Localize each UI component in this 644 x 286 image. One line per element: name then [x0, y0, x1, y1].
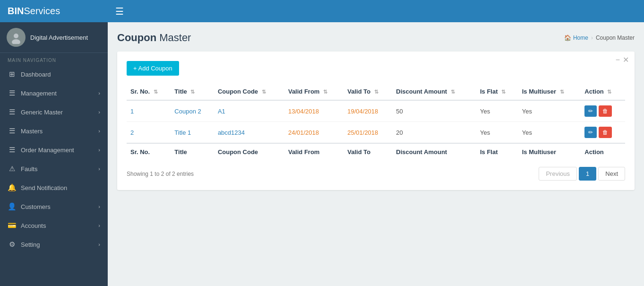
sidebar-item-label: Customers — [21, 203, 51, 210]
title-link[interactable]: Title 1 — [174, 129, 191, 136]
card-controls: − ✕ — [616, 56, 629, 64]
foot-action: Action — [581, 143, 625, 160]
delete-button[interactable]: 🗑 — [599, 127, 612, 138]
col-discount: Discount Amount ⇅ — [392, 83, 476, 100]
sort-icon[interactable]: ⇅ — [154, 89, 158, 95]
col-srno: Sr. No. ⇅ — [127, 83, 171, 100]
sidebar-item-label: Setting — [21, 241, 40, 248]
masters-icon: ☰ — [8, 127, 16, 135]
next-button[interactable]: Next — [598, 167, 625, 181]
edit-button[interactable]: ✏ — [584, 127, 597, 138]
management-icon: ☰ — [8, 89, 16, 97]
table-row: 1 Coupon 2 A1 13/04/2018 19/04/2018 50 Y… — [127, 100, 625, 122]
sidebar-brand: BIN Services — [0, 0, 108, 22]
dashboard-icon: ⊞ — [8, 70, 16, 78]
col-coupon-code: Coupon Code ⇅ — [214, 83, 284, 100]
hamburger-icon[interactable]: ☰ — [115, 6, 124, 17]
table-footer: Showing 1 to 2 of 2 entries Previous 1 N… — [127, 167, 625, 181]
page-area: Coupon Master 🏠 Home › Coupon Master − ✕… — [108, 22, 644, 286]
cell-valid-from: 13/04/2018 — [284, 100, 343, 122]
cell-code: abcd1234 — [214, 122, 284, 144]
home-icon: 🏠 — [564, 35, 571, 41]
sort-icon[interactable]: ⇅ — [501, 89, 506, 95]
foot-valid-from: Valid From — [284, 143, 343, 160]
svg-point-1 — [14, 34, 18, 38]
table-row: 2 Title 1 abcd1234 24/01/2018 25/01/2018… — [127, 122, 625, 144]
table-head: Sr. No. ⇅ Title ⇅ Coupon Code ⇅ Valid Fr… — [127, 83, 625, 100]
cell-valid-to: 19/04/2018 — [343, 100, 392, 122]
avatar-icon — [9, 31, 23, 44]
cell-title: Coupon 2 — [171, 100, 214, 122]
cell-valid-from: 24/01/2018 — [284, 122, 343, 144]
sidebar-item-customers[interactable]: 👤 Customers › — [0, 197, 108, 216]
table-foot: Sr. No. Title Coupon Code Valid From Val… — [127, 143, 625, 160]
page-title-bold: Coupon — [117, 32, 156, 43]
chevron-right-icon: › — [98, 242, 100, 247]
sort-icon[interactable]: ⇅ — [262, 89, 266, 95]
srno-link[interactable]: 2 — [130, 129, 134, 136]
breadcrumb-home[interactable]: Home — [573, 35, 588, 41]
sidebar-item-accounts[interactable]: 💳 Accounts › — [0, 216, 108, 235]
sort-icon[interactable]: ⇅ — [374, 89, 378, 95]
edit-button[interactable]: ✏ — [584, 105, 597, 117]
cell-is-multiuser: Yes — [518, 100, 581, 122]
col-valid-to: Valid To ⇅ — [343, 83, 392, 100]
main-content: ☰ Coupon Master 🏠 Home › Coupon Master −… — [108, 0, 644, 286]
page-title: Coupon Master — [117, 32, 191, 44]
sidebar-item-label: Accounts — [21, 222, 46, 229]
cell-action: ✏ 🗑 — [581, 100, 625, 122]
breadcrumb-separator: › — [591, 35, 593, 41]
close-button[interactable]: ✕ — [623, 56, 629, 64]
coupon-master-card: − ✕ + Add Coupon Sr. No. ⇅ Title ⇅ Coupo… — [117, 52, 635, 190]
sidebar-item-label: Order Management — [21, 147, 74, 154]
foot-valid-to: Valid To — [343, 143, 392, 160]
col-valid-from: Valid From ⇅ — [284, 83, 343, 100]
foot-discount: Discount Amount — [392, 143, 476, 160]
page-title-rest: Master — [156, 32, 191, 43]
add-coupon-button[interactable]: + Add Coupon — [127, 61, 179, 76]
sort-icon[interactable]: ⇅ — [190, 89, 195, 95]
page-1-button[interactable]: 1 — [579, 167, 596, 181]
code-link[interactable]: A1 — [218, 108, 225, 115]
foot-is-flat: Is Flat — [476, 143, 518, 160]
minimize-button[interactable]: − — [616, 56, 620, 64]
sidebar-item-setting[interactable]: ⚙ Setting › — [0, 235, 108, 254]
cell-code: A1 — [214, 100, 284, 122]
showing-entries: Showing 1 to 2 of 2 entries — [127, 171, 194, 177]
sidebar-section-label: Main Navigation — [0, 53, 108, 65]
brand-rest: Services — [24, 6, 60, 17]
sidebar-item-management[interactable]: ☰ Management › — [0, 84, 108, 103]
sort-icon[interactable]: ⇅ — [560, 89, 564, 95]
sidebar-item-faults[interactable]: ⚠ Faults › — [0, 159, 108, 178]
cell-action: ✏ 🗑 — [581, 122, 625, 144]
cell-valid-to: 25/01/2018 — [343, 122, 392, 144]
sort-icon[interactable]: ⇅ — [607, 89, 611, 95]
chevron-right-icon: › — [98, 223, 100, 228]
page-header: Coupon Master 🏠 Home › Coupon Master — [117, 32, 635, 44]
sidebar-username: Digital Advertisement — [30, 34, 88, 41]
srno-link[interactable]: 1 — [130, 108, 134, 115]
sidebar-item-label: Masters — [21, 128, 43, 135]
cell-is-multiuser: Yes — [518, 122, 581, 144]
chevron-right-icon: › — [98, 204, 100, 209]
cell-title: Title 1 — [171, 122, 214, 144]
setting-icon: ⚙ — [8, 240, 16, 249]
chevron-right-icon: › — [98, 147, 100, 153]
sort-icon[interactable]: ⇅ — [323, 89, 327, 95]
sidebar-item-order-management[interactable]: ☰ Order Management › — [0, 140, 108, 159]
sidebar-item-send-notification[interactable]: 🔔 Send Notification — [0, 178, 108, 197]
foot-coupon-code: Coupon Code — [214, 143, 284, 160]
sidebar-item-dashboard[interactable]: ⊞ Dashboard — [0, 65, 108, 84]
action-buttons: ✏ 🗑 — [584, 105, 621, 117]
previous-button[interactable]: Previous — [539, 167, 577, 181]
code-link[interactable]: abcd1234 — [218, 129, 245, 136]
title-link[interactable]: Coupon 2 — [174, 108, 201, 115]
delete-button[interactable]: 🗑 — [599, 105, 612, 117]
sidebar-item-masters[interactable]: ☰ Masters › — [0, 121, 108, 140]
col-title: Title ⇅ — [171, 83, 214, 100]
sidebar-item-label: Management — [21, 90, 57, 97]
generic-master-icon: ☰ — [8, 108, 16, 116]
sort-icon[interactable]: ⇅ — [451, 89, 455, 95]
sidebar-item-generic-master[interactable]: ☰ Generic Master › — [0, 103, 108, 121]
order-management-icon: ☰ — [8, 146, 16, 154]
